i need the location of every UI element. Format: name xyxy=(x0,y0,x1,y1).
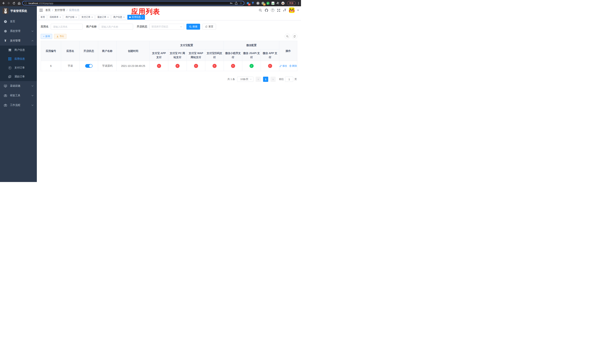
tab-app-info[interactable]: 应用信息× xyxy=(127,15,145,20)
address-bar[interactable]: i localhost:1024/pay/app ☆ xyxy=(22,1,244,5)
fullscreen-icon[interactable] xyxy=(277,9,280,12)
breadcrumb-section[interactable]: 支付管理 xyxy=(55,9,65,12)
close-icon[interactable]: × xyxy=(91,16,93,18)
tab-home[interactable]: 首页 xyxy=(39,15,47,20)
store-icon xyxy=(8,49,11,52)
col-app-id: 应用编号 xyxy=(41,41,61,61)
password-key-icon[interactable] xyxy=(230,2,233,5)
reset-button[interactable]: 重置 xyxy=(202,24,216,30)
browser-back-icon[interactable] xyxy=(1,1,6,5)
status-cross-icon: × xyxy=(175,64,180,68)
search-icon[interactable] xyxy=(259,9,262,12)
page-content: 应用名 商户名称 开启状态 请选择开启状态 搜索 重置 xyxy=(37,20,301,182)
sidebar-item-payment[interactable]: ¥ 支付管理 xyxy=(0,36,37,45)
github-icon[interactable] xyxy=(265,9,268,12)
extension-camo-icon[interactable]: 1 xyxy=(261,1,265,5)
status-cross-icon: × xyxy=(268,64,272,68)
toggle-search-button[interactable] xyxy=(285,34,290,39)
sidebar-item-label: 退款订单 xyxy=(14,75,33,78)
tab-refund-orders[interactable]: 退款订单× xyxy=(96,15,110,20)
search-button[interactable]: 搜索 xyxy=(186,24,200,30)
bookmark-star-icon[interactable]: ☆ xyxy=(240,1,242,5)
edit-link[interactable]: 修改 xyxy=(280,64,287,68)
site-info-icon[interactable]: i xyxy=(24,2,27,4)
font-size-icon[interactable]: TT xyxy=(283,8,286,12)
sidebar-item-label: 首页 xyxy=(10,20,33,23)
avatar-caret-icon[interactable] xyxy=(297,10,299,11)
trash-icon xyxy=(289,65,291,67)
extension-chart-icon[interactable] xyxy=(271,1,275,5)
app-logo[interactable]: 芋道管理系统 xyxy=(0,6,37,16)
prev-page-button[interactable]: ‹ xyxy=(256,77,261,82)
page-1-button[interactable]: 1 xyxy=(263,77,268,82)
add-button[interactable]: + 新增 xyxy=(41,34,52,39)
tab-merchant-info[interactable]: 商户信息× xyxy=(111,15,127,20)
col-group-wechat: 微信配置 xyxy=(224,41,279,50)
close-icon[interactable]: × xyxy=(75,16,77,18)
tab-pay-orders[interactable]: 支付订单× xyxy=(80,15,95,20)
next-page-button[interactable]: › xyxy=(270,77,276,82)
tab-process-form[interactable]: 流程表单× xyxy=(48,15,63,20)
cell-merchant: 芋道源码 xyxy=(98,61,117,71)
extension-kite-icon[interactable] xyxy=(251,1,255,5)
page-size-select[interactable]: 10条/页 xyxy=(237,77,253,82)
chevron-down-icon xyxy=(32,105,33,106)
cell-status xyxy=(80,61,98,71)
cell-app-id: 6 xyxy=(41,61,61,71)
help-icon[interactable]: ? xyxy=(271,9,274,12)
sidebar-item-merchant-info[interactable]: 商户信息 xyxy=(0,45,37,54)
status-select[interactable]: 请选择开启状态 xyxy=(149,24,184,30)
jump-page-input[interactable] xyxy=(285,77,293,82)
browser-forward-icon[interactable] xyxy=(7,1,11,5)
sidebar-item-infrastructure[interactable]: 基础设施 xyxy=(0,81,37,91)
close-icon[interactable]: × xyxy=(107,16,109,18)
browser-reload-icon[interactable] xyxy=(12,1,16,5)
jump-prefix: 前往 xyxy=(279,78,284,81)
tab-user-group[interactable]: 用户分组× xyxy=(64,15,79,20)
share-icon[interactable] xyxy=(235,2,237,5)
sidebar-item-home[interactable]: 首页 xyxy=(0,17,37,26)
sidebar-item-refund-orders[interactable]: 退款订单 xyxy=(0,72,37,81)
sidebar-item-label: 商户信息 xyxy=(14,48,33,52)
close-icon[interactable]: × xyxy=(142,16,143,18)
sidebar-item-pay-orders[interactable]: ¥ 支付订单 xyxy=(0,63,37,72)
export-button[interactable]: 导出 xyxy=(54,34,66,39)
cell-create-time: 2021-10-23 08:49:25 xyxy=(117,61,150,71)
chevron-down-icon xyxy=(32,95,33,96)
status-cross-icon: × xyxy=(213,64,216,68)
profile-avatar-icon[interactable] xyxy=(281,1,285,5)
cell-app-name: 芋道 xyxy=(61,61,80,71)
sidebar-item-app-info[interactable]: 应用信息 xyxy=(0,54,37,63)
extensions-puzzle-icon[interactable] xyxy=(276,1,280,5)
extension-y-icon[interactable]: y xyxy=(266,1,269,5)
sidebar-item-workflow[interactable]: 工作流程 xyxy=(0,100,37,110)
col-alipay-wap: 支付宝 WAP 网站支付 xyxy=(187,50,205,61)
close-icon[interactable]: × xyxy=(60,16,61,18)
app-name-input[interactable] xyxy=(51,24,83,30)
sidebar-collapse-icon[interactable] xyxy=(39,9,43,12)
refresh-button[interactable] xyxy=(292,34,297,39)
total-count: 共 1 条 xyxy=(227,78,235,81)
status-cross-icon: × xyxy=(157,64,161,68)
merchant-name-input[interactable] xyxy=(99,24,133,30)
status-toggle[interactable] xyxy=(85,64,93,68)
status-check-icon: ✓ xyxy=(249,64,254,68)
monitor-icon xyxy=(4,85,7,87)
logo-rabbit-image xyxy=(3,8,9,14)
sidebar-item-system[interactable]: 系统管理 xyxy=(0,26,37,36)
status-label: 开启状态 xyxy=(137,25,147,28)
browser-home-icon[interactable] xyxy=(17,1,21,5)
delete-link[interactable]: 删除 xyxy=(289,64,297,68)
search-icon xyxy=(286,35,289,38)
extension-command-icon[interactable]: ⌘ xyxy=(256,1,259,5)
breadcrumb-home[interactable]: 首页 xyxy=(45,9,51,12)
chrome-menu-icon[interactable] xyxy=(298,2,300,4)
user-avatar[interactable] xyxy=(289,7,294,13)
extension-diamond-icon[interactable]: 10 xyxy=(246,1,249,5)
chrome-update-button[interactable]: 更新 xyxy=(287,1,296,5)
close-icon[interactable]: × xyxy=(123,16,125,18)
chevron-up-icon xyxy=(32,40,33,42)
sidebar-item-dev-tools[interactable]: 研发工具 xyxy=(0,91,37,100)
pagination: 共 1 条 10条/页 ‹ 1 › 前往 页 xyxy=(41,77,297,82)
url-text[interactable]: localhost:1024/pay/app xyxy=(29,2,228,5)
